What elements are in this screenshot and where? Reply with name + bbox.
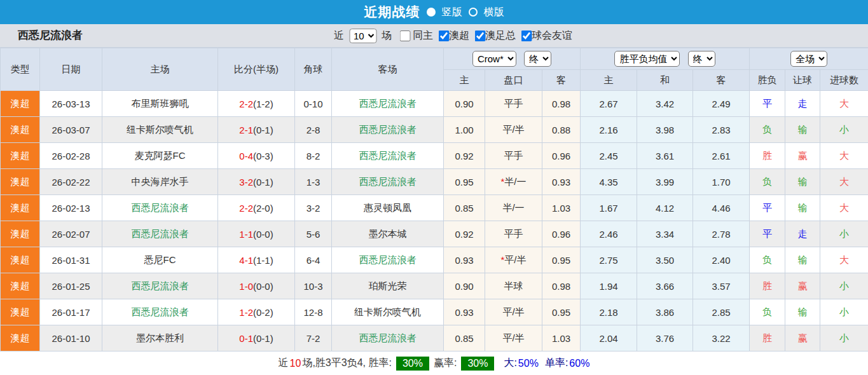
- scope-select[interactable]: 全场: [790, 51, 827, 67]
- league-checkbox-ffa-cup-label: 澳足总: [485, 29, 516, 43]
- vertical-layout-radio[interactable]: [427, 8, 436, 17]
- odds-home-value: 0.90: [444, 91, 485, 117]
- result-goals-value: 小: [820, 299, 868, 325]
- match-score: 1-1(0-0): [218, 221, 295, 247]
- win-rate-badge: 30%: [396, 357, 429, 371]
- fulltime-score: 4-1: [239, 255, 253, 266]
- near-label: 近: [334, 29, 344, 43]
- home-team[interactable]: 中央海岸水手: [102, 169, 218, 195]
- league-badge: 澳超: [1, 117, 40, 143]
- page-title: 近期战绩: [364, 3, 420, 21]
- odds-away-value: 0.98: [542, 91, 581, 117]
- home-team[interactable]: 西悉尼流浪者: [102, 221, 218, 247]
- horizontal-layout-label[interactable]: 横版: [484, 6, 504, 19]
- odds-away-value: 0.95: [542, 247, 581, 273]
- recent-results-panel: 近期战绩 竖版 横版 西悉尼流浪者 近 10 场 同主 澳超 澳足总: [0, 0, 868, 375]
- result-outcome-value: 平: [750, 195, 785, 221]
- mean-type-select[interactable]: 胜平负均值: [614, 51, 680, 67]
- away-team[interactable]: 西悉尼流浪者: [332, 325, 444, 351]
- away-team[interactable]: 西悉尼流浪者: [332, 143, 444, 169]
- odds-away-value: 0.88: [542, 117, 581, 143]
- away-team[interactable]: 墨尔本城: [332, 221, 444, 247]
- away-team[interactable]: 纽卡斯尔喷气机: [332, 299, 444, 325]
- match-score: 0-1(0-1): [218, 325, 295, 351]
- match-date: 26-01-17: [40, 299, 102, 325]
- halftime-score: (0-1): [253, 333, 273, 344]
- table-row: 澳超 26-01-25 西悉尼流浪者 1-0(0-0) 10-3 珀斯光荣 0.…: [1, 273, 868, 299]
- result-goals-value: 小: [820, 117, 868, 143]
- handicap-text: 平手: [504, 98, 523, 109]
- table-row: 澳超 26-01-10 墨尔本胜利 0-1(0-1) 7-2 西悉尼流浪者 0.…: [1, 325, 868, 351]
- home-team[interactable]: 西悉尼流浪者: [102, 273, 218, 299]
- near-count-select[interactable]: 10: [349, 29, 376, 43]
- result-outcome-value: 胜: [750, 325, 785, 351]
- league-filter-group: 澳足总: [472, 29, 516, 43]
- halftime-score: (0-3): [253, 151, 273, 161]
- table-header: 类型 日期 主场 比分(半场) 角球 客场 Crow* 终 胜平负均值: [1, 48, 868, 91]
- home-team[interactable]: 麦克阿瑟FC: [102, 143, 218, 169]
- mean-draw-value: 3.76: [637, 325, 693, 351]
- fulltime-score: 1-2: [239, 307, 253, 318]
- handicap-text: 半/一: [504, 176, 526, 187]
- away-team[interactable]: 惠灵顿凤凰: [332, 195, 444, 221]
- result-outcome-value: 负: [750, 169, 785, 195]
- mean-draw-value: 4.12: [637, 195, 693, 221]
- home-team[interactable]: 布里斯班狮吼: [102, 91, 218, 117]
- away-team[interactable]: 珀斯光荣: [332, 273, 444, 299]
- result-outcome-value: 负: [750, 117, 785, 143]
- home-team[interactable]: 西悉尼流浪者: [102, 299, 218, 325]
- team-name: 西悉尼流浪者: [18, 24, 83, 47]
- match-score: 2-2(1-2): [218, 91, 295, 117]
- match-score: 1-0(0-0): [218, 273, 295, 299]
- sub-header-odds-away: 客: [542, 70, 581, 91]
- match-date: 26-01-25: [40, 273, 102, 299]
- corner-score: 2-8: [295, 117, 332, 143]
- odds-home-value: 0.92: [444, 221, 485, 247]
- mean-time-select[interactable]: 终: [688, 51, 715, 67]
- table-row: 澳超 26-01-17 西悉尼流浪者 1-2(0-2) 12-8 纽卡斯尔喷气机…: [1, 299, 868, 325]
- away-team[interactable]: 西悉尼流浪者: [332, 117, 444, 143]
- handicap-text: 平手: [504, 150, 523, 161]
- mean-home-value: 2.67: [581, 91, 637, 117]
- vertical-layout-label[interactable]: 竖版: [442, 6, 462, 19]
- result-handicap-value: 走: [785, 221, 820, 247]
- odds-home-value: 0.95: [444, 169, 485, 195]
- result-goals-value: 小: [820, 325, 868, 351]
- sub-header-odds-home: 主: [444, 70, 485, 91]
- mean-home-value: 2.16: [581, 117, 637, 143]
- league-checkbox-friendly[interactable]: [521, 31, 532, 41]
- fulltime-score: 2-2: [239, 99, 253, 109]
- corner-score: 0-10: [295, 91, 332, 117]
- halftime-score: (1-1): [253, 255, 273, 266]
- fulltime-score: 2-1: [239, 125, 253, 135]
- odds-time-select[interactable]: 终: [524, 51, 551, 67]
- league-checkbox-aleague[interactable]: [438, 31, 449, 41]
- same-home-checkbox[interactable]: [399, 31, 410, 41]
- odds-company-select[interactable]: Crow*: [472, 51, 516, 67]
- away-team[interactable]: 西悉尼流浪者: [332, 247, 444, 273]
- away-team[interactable]: 西悉尼流浪者: [332, 91, 444, 117]
- league-checkbox-ffa-cup[interactable]: [474, 31, 485, 41]
- horizontal-layout-radio[interactable]: [469, 8, 478, 17]
- match-score: 0-4(0-3): [218, 143, 295, 169]
- home-team[interactable]: 纽卡斯尔喷气机: [102, 117, 218, 143]
- odds-handicap-value: 平手: [485, 221, 542, 247]
- results-tbody: 澳超 26-03-13 布里斯班狮吼 2-2(1-2) 0-10 西悉尼流浪者 …: [1, 91, 868, 351]
- league-badge: 澳超: [1, 273, 40, 299]
- odds-home-value: 0.90: [444, 273, 485, 299]
- fulltime-score: 2-2: [239, 203, 253, 214]
- home-team[interactable]: 西悉尼流浪者: [102, 195, 218, 221]
- title-bar: 近期战绩 竖版 横版: [0, 0, 868, 24]
- filter-bar: 西悉尼流浪者 近 10 场 同主 澳超 澳足总 球会友谊: [0, 24, 868, 48]
- home-team[interactable]: 墨尔本胜利: [102, 325, 218, 351]
- home-team[interactable]: 悉尼FC: [102, 247, 218, 273]
- odds-handicap-value: 半/一: [485, 195, 542, 221]
- mean-away-value: 4.46: [693, 195, 750, 221]
- fulltime-score: 0-1: [239, 333, 253, 344]
- away-team[interactable]: 西悉尼流浪者: [332, 169, 444, 195]
- match-score: 3-2(0-1): [218, 169, 295, 195]
- sub-header-result-outcome: 胜负: [750, 70, 785, 91]
- mean-draw-value: 3.42: [637, 91, 693, 117]
- match-score: 2-1(0-1): [218, 117, 295, 143]
- handicap-text: 半/一: [502, 202, 524, 213]
